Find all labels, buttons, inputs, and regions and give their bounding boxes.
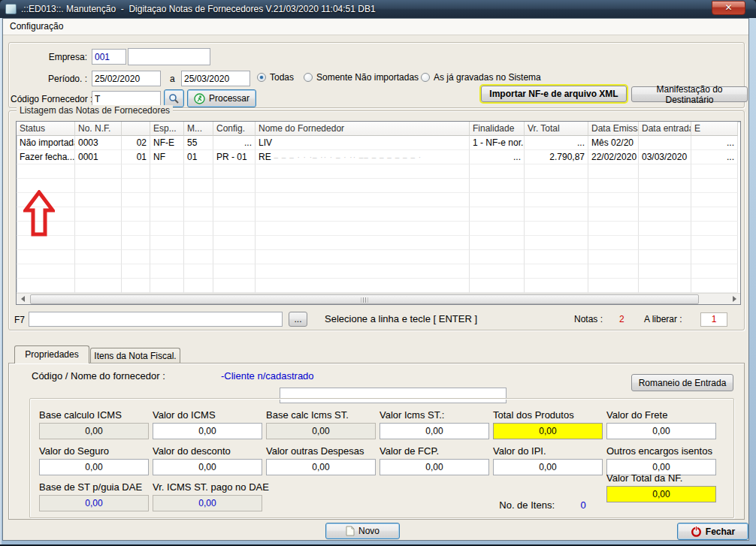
- grid-cell[interactable]: [256, 222, 470, 236]
- grid-cell[interactable]: [184, 222, 213, 236]
- radio-ja-gravadas[interactable]: As já gravadas no Sistema: [421, 72, 541, 83]
- grid-column-header[interactable]: Nome do Fornededor: [256, 122, 470, 136]
- grid-cell[interactable]: [470, 179, 525, 193]
- grid-cell[interactable]: [184, 279, 213, 293]
- grid-cell[interactable]: [525, 179, 588, 193]
- tab-itens-nota-fiscal[interactable]: Itens da Nota Fiscal.: [90, 348, 180, 363]
- grid-cell[interactable]: [75, 250, 122, 264]
- grid-cell[interactable]: [691, 264, 738, 279]
- grid-cell[interactable]: [122, 279, 150, 293]
- grid-cell[interactable]: [184, 193, 213, 207]
- periodo-to-input[interactable]: [181, 71, 250, 86]
- grid-cell[interactable]: [691, 279, 738, 293]
- grid-cell[interactable]: [122, 264, 150, 279]
- grid-column-header[interactable]: Esp...: [150, 122, 184, 136]
- radio-somente-nao-importadas[interactable]: Somente Não importadas: [304, 72, 419, 83]
- field-value[interactable]: 0,00: [606, 423, 716, 439]
- grid-cell[interactable]: [588, 193, 639, 207]
- grid-cell[interactable]: [75, 279, 122, 293]
- grid-cell[interactable]: [122, 179, 150, 193]
- grid-cell[interactable]: [525, 207, 588, 222]
- menu-item-configuracao[interactable]: Configuração: [3, 19, 70, 35]
- grid-cell[interactable]: [639, 264, 691, 279]
- field-value[interactable]: 0,00: [153, 423, 262, 439]
- empresa-input[interactable]: [92, 49, 126, 65]
- grid-cell[interactable]: [639, 164, 691, 179]
- scroll-right-arrow-icon[interactable]: [728, 294, 740, 305]
- grid-column-header[interactable]: M...: [184, 122, 213, 136]
- field-value[interactable]: 0,00: [266, 423, 376, 439]
- grid-cell[interactable]: [525, 264, 588, 279]
- grid-cell[interactable]: PR - 01: [213, 150, 256, 164]
- grid-cell[interactable]: [639, 236, 691, 250]
- grid-cell[interactable]: [525, 236, 588, 250]
- manifestacao-button[interactable]: Manifestação do Destinatário: [631, 86, 748, 102]
- field-value-base-st-dae[interactable]: 0,00: [39, 495, 149, 511]
- grid-cell[interactable]: [213, 193, 256, 207]
- grid-cell[interactable]: [17, 164, 75, 179]
- grid-cell[interactable]: [525, 193, 588, 207]
- grid-cell[interactable]: [470, 279, 525, 293]
- grid-cell[interactable]: [470, 264, 525, 279]
- grid-column-header[interactable]: Finalidade: [470, 122, 525, 136]
- grid-cell[interactable]: [75, 179, 122, 193]
- grid-cell[interactable]: 0003: [75, 136, 122, 150]
- grid-cell[interactable]: [525, 250, 588, 264]
- grid-cell[interactable]: [122, 236, 150, 250]
- grid-column-header[interactable]: E: [691, 122, 738, 136]
- close-button[interactable]: ✕: [712, 1, 745, 15]
- f7-browse-button[interactable]: ...: [289, 312, 307, 327]
- grid-cell[interactable]: ...: [525, 136, 588, 150]
- grid-cell[interactable]: [639, 279, 691, 293]
- fornecedor-input[interactable]: [92, 91, 161, 107]
- grid-cell[interactable]: [470, 250, 525, 264]
- grid-cell[interactable]: [150, 164, 184, 179]
- grid-cell[interactable]: [17, 279, 75, 293]
- grid-cell[interactable]: [470, 164, 525, 179]
- grid-cell[interactable]: [150, 222, 184, 236]
- grid-cell[interactable]: [691, 207, 738, 222]
- table-row[interactable]: [17, 264, 740, 279]
- grid-cell[interactable]: [639, 250, 691, 264]
- grid-cell[interactable]: [588, 279, 639, 293]
- grid-cell[interactable]: [122, 222, 150, 236]
- grid-cell[interactable]: 01: [122, 150, 150, 164]
- grid-cell[interactable]: [256, 164, 470, 179]
- grid-cell[interactable]: [150, 179, 184, 193]
- grid-cell[interactable]: [256, 179, 470, 193]
- table-row[interactable]: [17, 207, 740, 222]
- grid-cell[interactable]: [588, 179, 639, 193]
- grid-cell[interactable]: [470, 222, 525, 236]
- grid-cell[interactable]: [213, 222, 256, 236]
- grid-cell[interactable]: [150, 236, 184, 250]
- field-value[interactable]: 0,00: [493, 459, 603, 475]
- grid-cell[interactable]: [184, 164, 213, 179]
- grid-cell[interactable]: [17, 264, 75, 279]
- grid-column-header[interactable]: Status: [17, 122, 75, 136]
- grid-cell[interactable]: [639, 222, 691, 236]
- grid-cell[interactable]: [184, 264, 213, 279]
- grid-cell[interactable]: [588, 264, 639, 279]
- grid-cell[interactable]: [639, 136, 691, 150]
- field-value-icms-st-dae[interactable]: 0,00: [153, 495, 262, 511]
- field-value[interactable]: 0,00: [266, 459, 376, 475]
- grid-cell[interactable]: [691, 179, 738, 193]
- grid-cell[interactable]: 02: [122, 136, 150, 150]
- grid-cell[interactable]: [525, 222, 588, 236]
- table-row[interactable]: [17, 179, 740, 193]
- grid-cell[interactable]: [691, 236, 738, 250]
- field-value-valor-total-nf[interactable]: 0,00: [606, 486, 716, 502]
- grid-cell[interactable]: [691, 164, 738, 179]
- grid-cell[interactable]: [691, 222, 738, 236]
- grid-cell[interactable]: [17, 236, 75, 250]
- grid-cell[interactable]: 0001: [75, 150, 122, 164]
- grid-cell[interactable]: ...: [213, 136, 256, 150]
- table-row[interactable]: Fazer fecha...000101NF01PR - 01RE – – – …: [17, 150, 740, 164]
- table-row[interactable]: [17, 164, 740, 179]
- grid-cell[interactable]: [122, 193, 150, 207]
- romaneio-entrada-button[interactable]: Romaneio de Entrada: [631, 374, 733, 391]
- grid-cell[interactable]: [588, 236, 639, 250]
- field-value[interactable]: 0,00: [493, 423, 603, 439]
- grid-cell[interactable]: [75, 207, 122, 222]
- grid-cell[interactable]: [639, 179, 691, 193]
